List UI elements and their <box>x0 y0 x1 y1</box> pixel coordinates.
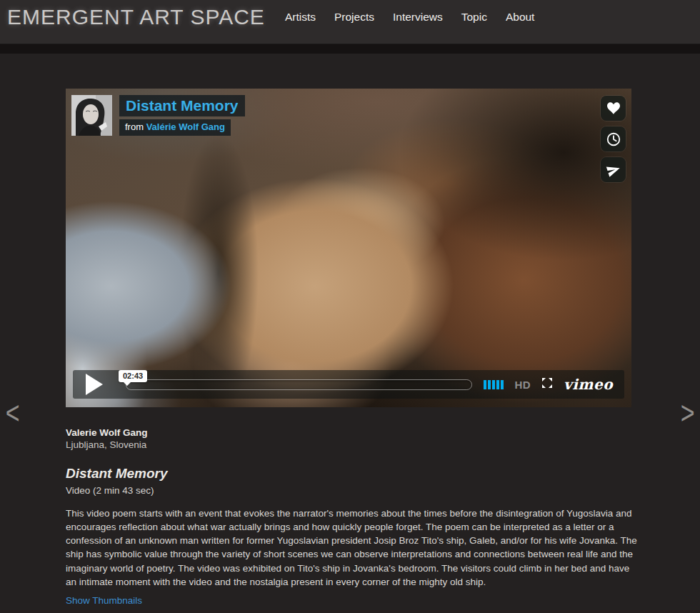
share-button[interactable] <box>601 157 626 182</box>
vimeo-video-player[interactable]: Distant Memory from Valérie Wolf Gang <box>66 89 631 407</box>
nav-item-interviews[interactable]: Interviews <box>393 11 443 24</box>
heart-icon <box>607 102 620 114</box>
play-icon <box>86 374 103 395</box>
paper-plane-icon <box>606 163 621 177</box>
artist-location: Ljubljana, Slovenia <box>66 439 637 450</box>
content-area: < > Distant Memory from <box>0 54 700 607</box>
artist-avatar[interactable] <box>71 95 112 136</box>
fullscreen-icon <box>541 377 553 392</box>
vimeo-logo[interactable]: vimeo <box>564 376 613 393</box>
byline-prefix: from <box>125 121 144 132</box>
nav-item-artists[interactable]: Artists <box>285 11 316 24</box>
video-byline: from Valérie Wolf Gang <box>119 119 231 136</box>
video-title-group: Distant Memory from Valérie Wolf Gang <box>119 95 245 136</box>
player-control-bar: 02:43 HD vimeo <box>73 370 624 399</box>
video-frame-image <box>66 89 631 407</box>
progress-bar[interactable] <box>126 379 472 390</box>
site-logo[interactable]: EMERGENT ART SPACE <box>7 5 265 29</box>
volume-bar <box>484 380 486 389</box>
player-action-buttons <box>601 96 626 182</box>
main-nav: Artists Projects Interviews Topic About <box>285 11 535 24</box>
carousel-prev-arrow[interactable]: < <box>6 397 20 429</box>
artwork-info: Valerie Wolf Gang Ljubljana, Slovenia Di… <box>66 427 637 607</box>
artwork-format: Video (2 min 43 sec) <box>66 485 637 496</box>
header-divider <box>0 44 700 54</box>
like-button[interactable] <box>601 96 626 121</box>
clock-icon <box>606 131 621 147</box>
byline-author-link[interactable]: Valérie Wolf Gang <box>146 121 225 132</box>
nav-item-projects[interactable]: Projects <box>334 11 374 24</box>
time-tooltip: 02:43 <box>119 370 147 382</box>
play-button[interactable] <box>73 370 116 399</box>
artist-name: Valerie Wolf Gang <box>66 427 637 438</box>
watch-later-button[interactable] <box>601 126 626 151</box>
fullscreen-button[interactable] <box>541 377 553 392</box>
show-thumbnails-link[interactable]: Show Thumbnails <box>66 595 142 606</box>
volume-bar <box>496 380 499 389</box>
nav-item-about[interactable]: About <box>506 11 535 24</box>
video-title[interactable]: Distant Memory <box>119 95 245 116</box>
avatar-portrait-image <box>71 95 112 136</box>
artwork-description: This video poem starts with an event tha… <box>66 507 637 589</box>
nav-item-topic[interactable]: Topic <box>461 11 487 24</box>
site-header: EMERGENT ART SPACE Artists Projects Inte… <box>0 0 700 44</box>
hd-toggle[interactable]: HD <box>514 379 531 391</box>
video-info-overlay: Distant Memory from Valérie Wolf Gang <box>71 95 245 136</box>
artwork-title: Distant Memory <box>66 466 637 482</box>
volume-bar <box>501 380 504 389</box>
carousel-next-arrow[interactable]: > <box>680 397 694 429</box>
volume-control[interactable] <box>484 380 504 389</box>
volume-bar <box>492 380 495 389</box>
volume-bar <box>488 380 491 389</box>
